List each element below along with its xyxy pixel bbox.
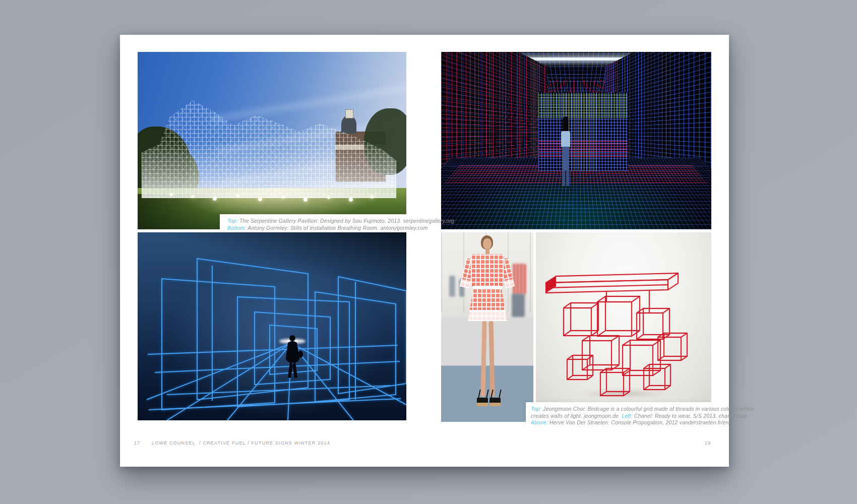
- sheer-cuff: [460, 279, 471, 289]
- publication-title: LOWE COUNSEL / CREATIVE FUEL / FUTURE SI…: [152, 440, 330, 446]
- platform-sandal: [489, 398, 501, 406]
- model-leg: [480, 321, 486, 397]
- photo-chanel-runway-model: [441, 232, 533, 422]
- model-face: [483, 238, 492, 249]
- photo-birdcage-thread-room: [441, 52, 711, 229]
- neon-wireframe-graphic: [138, 232, 406, 420]
- sheer-cuff: [504, 279, 515, 289]
- red-wireframe-console-graphic: [536, 232, 711, 402]
- visitor-shirt: [561, 131, 570, 148]
- waistband: [473, 286, 502, 289]
- lawn-shadow: [138, 194, 218, 229]
- grid-pattern-top: [471, 254, 504, 287]
- caption-left-column: Top: The Serpentine Gallery Pavilion: De…: [220, 214, 407, 232]
- ground-lights: [170, 193, 173, 196]
- page-number-right: 18: [705, 440, 711, 446]
- caption-right-column: Top: Jeongmoon Choi: Birdcage is a colou…: [526, 402, 711, 427]
- photo-console-propagation: [536, 232, 711, 402]
- model-leg: [488, 321, 495, 397]
- visitor-leg: [566, 170, 569, 186]
- desktop-background: Top: The Serpentine Gallery Pavilion: De…: [0, 0, 857, 504]
- platform-sandal: [477, 398, 488, 406]
- magazine-spread-page: Top: The Serpentine Gallery Pavilion: De…: [120, 35, 729, 467]
- visitor-jeans: [562, 147, 569, 171]
- caption-line: creates walls of light. jeongmoon.de Lef…: [531, 413, 711, 420]
- sheer-hem: [468, 310, 507, 321]
- sandal-straps: [478, 390, 488, 398]
- visitor-leg: [562, 170, 565, 186]
- caption-line: Above: Herve Van Der Straeten: Console P…: [531, 419, 711, 426]
- sandal-straps: [491, 390, 501, 398]
- photo-breathing-room-installation: [138, 232, 406, 420]
- caption-line: Bottom: Antony Gormley: Stills of instal…: [227, 225, 407, 232]
- runway-model: [441, 232, 533, 422]
- photo-serpentine-pavilion: [138, 52, 406, 229]
- page-number-left: 17: [134, 440, 140, 446]
- grid-pattern-skirt: [468, 289, 507, 321]
- visitor-silhouette: [559, 116, 572, 187]
- dome-lantern: [345, 109, 353, 118]
- caption-line: Top: Jeongmoon Choi: Birdcage is a colou…: [531, 406, 711, 413]
- vignette-overlay: [441, 52, 711, 229]
- caption-line: Top: The Serpentine Gallery Pavilion: De…: [227, 218, 407, 225]
- page-footer: 17 LOWE COUNSEL / CREATIVE FUEL / FUTURE…: [120, 440, 729, 448]
